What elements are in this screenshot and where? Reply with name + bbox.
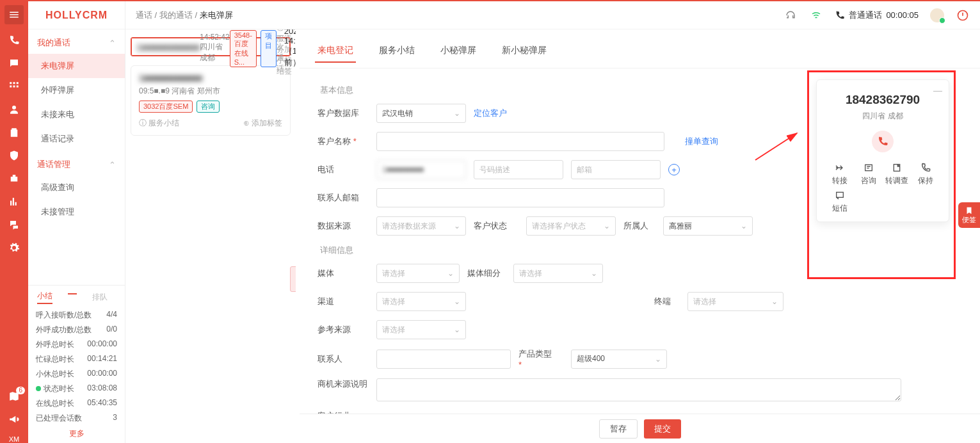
bubble-icon[interactable]	[7, 218, 21, 232]
ref-select[interactable]: 请选择	[376, 320, 466, 339]
act-sms[interactable]: 短信	[826, 190, 855, 214]
stats-tab-summary[interactable]: 小结	[37, 291, 52, 304]
clipboard-icon[interactable]	[7, 125, 21, 140]
tab-service[interactable]: 服务小结	[376, 40, 417, 63]
nav-group-my-calls[interactable]: 我的通话⌃	[28, 29, 125, 54]
bizsrc-textarea[interactable]	[376, 378, 901, 401]
avatar[interactable]	[930, 8, 944, 22]
nav-outgoing-popup[interactable]: 外呼弹屏	[28, 78, 125, 102]
icon-rail: 6 XM	[0, 1, 28, 443]
chart-icon[interactable]	[7, 195, 21, 209]
user-icon[interactable]	[7, 102, 21, 117]
megaphone-icon[interactable]	[7, 412, 21, 426]
minimize-icon[interactable]: —	[933, 85, 942, 95]
add-tag[interactable]: ⊕ 添加标签	[243, 118, 282, 129]
act-survey[interactable]: 转调查	[883, 163, 912, 186]
card-phone: 1■■■■■■■■■■	[139, 72, 282, 83]
customer-name-input[interactable]	[376, 132, 664, 151]
brand-logo: HOLLYCRM	[28, 1, 125, 29]
media-sub-select[interactable]: 请选择	[513, 264, 603, 283]
caller-number: 18428362790	[826, 93, 940, 107]
contact-email-input[interactable]	[376, 188, 664, 207]
locate-customer[interactable]: 定位客户	[474, 108, 507, 119]
chat-icon[interactable]	[7, 56, 21, 70]
save-draft-button[interactable]: 暂存	[599, 419, 638, 439]
shield-icon[interactable]	[7, 149, 21, 163]
source-select[interactable]: 请选择数据来源	[376, 216, 466, 236]
contact-input[interactable]	[376, 350, 511, 369]
badge: 6	[16, 387, 25, 394]
caller-location: 四川省 成都	[826, 111, 940, 122]
card-timeloc: 09:5■.■9 河南省 郑州市	[139, 86, 282, 97]
act-hold[interactable]: 保持	[912, 163, 940, 186]
channel-select[interactable]: 请选择	[376, 292, 466, 311]
card-phone: 1■■■■■■■■■■	[136, 42, 200, 52]
terminal-select[interactable]: 请选择	[687, 292, 783, 311]
menu-icon[interactable]	[4, 5, 24, 24]
add-phone-icon[interactable]: +	[668, 164, 680, 175]
phone-input[interactable]	[376, 160, 466, 179]
wifi-icon[interactable]	[809, 8, 823, 22]
header: 通话 / 我的通话 / 来电弹屏 普通通话 00:00:05	[125, 1, 980, 29]
phone-desc-input[interactable]	[474, 160, 563, 179]
power-icon[interactable]	[956, 8, 970, 22]
tab-new-xiaomi[interactable]: 新小秘弹屏	[499, 40, 549, 63]
call-list: 1■■■■■■■■■■ 14:52:42 四川省 成都 3548-百度在线S..…	[125, 29, 296, 443]
collapse-handle[interactable]	[290, 266, 296, 292]
stats-more[interactable]: 更多	[35, 426, 118, 439]
email-input[interactable]	[571, 160, 661, 179]
side-column: HOLLYCRM 我的通话⌃ 来电弹屏 外呼弹屏 未接来电 通话记录 通话管理⌃…	[28, 1, 125, 443]
nav-records[interactable]: 通话记录	[28, 127, 125, 151]
card-tag: 3032百度SEM	[139, 101, 193, 113]
owner-select[interactable]: 高雅丽	[663, 216, 753, 236]
breadcrumb: 通话 / 我的通话 / 来电弹屏	[136, 10, 233, 21]
tab-register[interactable]: 来电登记	[315, 40, 356, 63]
nav-advanced-query[interactable]: 高级查询	[28, 175, 125, 200]
xm-label: XM	[9, 435, 20, 443]
map-icon[interactable]: 6	[7, 389, 21, 403]
nav: 我的通话⌃ 来电弹屏 外呼弹屏 未接来电 通话记录 通话管理⌃ 高级查询 未接管…	[28, 29, 125, 285]
collision-check[interactable]: 撞单查询	[685, 136, 718, 147]
tab-xiaomi[interactable]: 小秘弹屏	[438, 40, 479, 63]
ptype-select[interactable]: 超级400	[571, 350, 667, 369]
main-tabs: 来电登记 服务小结 小秘弹屏 新小秘弹屏	[300, 29, 980, 68]
nav-missed[interactable]: 未接来电	[28, 102, 125, 127]
form-footer: 暂存 提交	[300, 414, 980, 443]
media-select[interactable]: 请选择	[376, 264, 460, 283]
grid-icon[interactable]	[7, 79, 21, 93]
card-tag: 项目	[261, 30, 277, 67]
caller-popup: — 18428362790 四川省 成都 转接 咨询 转调查 保持 短信	[816, 79, 949, 222]
phone-icon[interactable]	[7, 33, 21, 47]
gear-icon[interactable]	[7, 241, 21, 255]
call-status: 普通通话 00:00:05	[835, 10, 919, 21]
nav-incoming-popup[interactable]: 来电弹屏	[28, 54, 125, 78]
act-transfer[interactable]: 转接	[826, 163, 855, 186]
robot-icon[interactable]	[7, 172, 21, 186]
db-select[interactable]: 武汉电销	[376, 104, 466, 123]
headset-icon[interactable]	[783, 8, 798, 22]
svg-rect-4	[837, 192, 844, 197]
nav-missed-manage[interactable]: 未接管理	[28, 200, 125, 224]
card-tag: 3548-百度在线S...	[230, 30, 257, 67]
section-detail: 详细信息	[317, 245, 962, 256]
stats-tab-queue[interactable]: 排队	[92, 292, 108, 303]
submit-button[interactable]: 提交	[644, 419, 681, 439]
nav-group-manage[interactable]: 通话管理⌃	[28, 151, 125, 175]
card-tag: 咨询	[197, 101, 220, 113]
call-card[interactable]: 1■■■■■■■■■■ 14:52:42 四川省 成都 3548-百度在线S..…	[131, 37, 291, 56]
bookmark-tab[interactable]: 便签	[958, 202, 980, 228]
stats-panel: 小结 排队 呼入接听数/总数4/4 外呼成功数/总数0/0 外呼总时长00:00…	[28, 285, 125, 443]
phone-circle-icon	[872, 131, 894, 152]
act-consult[interactable]: 咨询	[855, 163, 883, 186]
call-card[interactable]: 1■■■■■■■■■■ 09:5■.■9 河南省 郑州市 3032百度SEM 咨…	[131, 65, 291, 136]
card-timeloc: 14:52:42 四川省 成都	[200, 33, 230, 63]
status-select[interactable]: 请选择客户状态	[526, 216, 616, 236]
